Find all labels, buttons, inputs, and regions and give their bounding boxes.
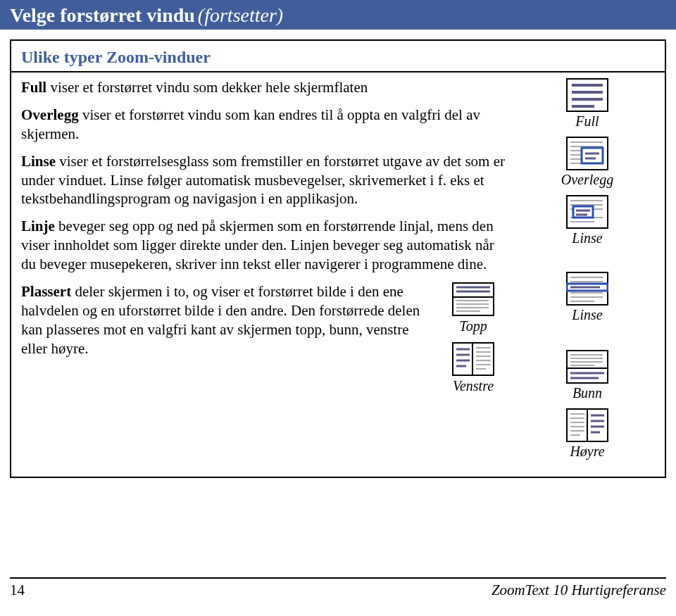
- plassert-icons-left: Topp: [439, 282, 507, 403]
- section-subtitle: Ulike typer Zoom-vinduer: [11, 41, 665, 73]
- hoyre-label: Høyre: [570, 444, 604, 460]
- overlegg-icon: [566, 137, 608, 170]
- header-band: Velge forstørret vindu (fortsetter): [0, 0, 676, 30]
- para-plassert-rest: deler skjermen i to, og viser et forstør…: [21, 283, 420, 357]
- para-full-bold: Full: [21, 79, 46, 96]
- bunn-label: Bunn: [572, 385, 602, 401]
- linse-label-2: Linse: [572, 307, 602, 323]
- para-linje-bold: Linje: [21, 218, 55, 234]
- content-box: Ulike typer Zoom-vinduer Full viser et f…: [10, 39, 666, 478]
- header-suffix: (fortsetter): [198, 4, 283, 26]
- para-full-rest: viser et forstørret vindu som dekker hel…: [46, 79, 368, 96]
- svg-rect-32: [582, 148, 603, 163]
- header-title: Velge forstørret vindu: [10, 4, 195, 26]
- linse-label-1: Linse: [572, 230, 602, 246]
- para-plassert-bold: Plassert: [21, 283, 71, 300]
- svg-rect-41: [573, 206, 593, 218]
- page-number: 14: [10, 582, 25, 599]
- footer-reference: ZoomText 10 Hurtigreferanse: [492, 582, 666, 599]
- hoyre-icon: [566, 408, 608, 442]
- para-linse: Linse viser et forstørrelsesglass som fr…: [21, 152, 507, 209]
- footer: 14 ZoomText 10 Hurtigreferanse: [10, 577, 666, 599]
- svg-rect-61: [587, 409, 608, 441]
- para-full: Full viser et forstørret vindu som dekke…: [21, 78, 507, 97]
- content-area: Full viser et forstørret vindu som dekke…: [11, 73, 665, 477]
- linse-icon-1: [566, 195, 608, 229]
- full-label: Full: [575, 113, 599, 130]
- icon-column: Full Overlegg: [517, 78, 658, 467]
- svg-rect-1: [453, 283, 494, 297]
- full-icon: [566, 78, 608, 112]
- text-column: Full viser et forstørret vindu som dekke…: [21, 78, 507, 467]
- overlegg-label: Overlegg: [561, 172, 613, 188]
- venstre-label: Venstre: [453, 377, 494, 396]
- bunn-icon: [566, 350, 608, 384]
- para-linse-rest: viser et forstørrelsesglass som fremstil…: [21, 153, 505, 208]
- para-linje-rest: beveger seg opp og ned på skjermen som e…: [21, 218, 494, 272]
- topp-label: Topp: [459, 318, 487, 336]
- para-linse-bold: Linse: [21, 153, 56, 170]
- para-overlegg: Overlegg viser et forstørret vindu som k…: [21, 106, 507, 144]
- venstre-icon: [452, 342, 494, 376]
- para-plassert-row: Plassert deler skjermen i to, og viser e…: [21, 282, 507, 403]
- svg-rect-57: [567, 368, 608, 383]
- para-overlegg-bold: Overlegg: [21, 106, 79, 123]
- topp-icon: [452, 282, 494, 316]
- svg-rect-9: [453, 343, 472, 375]
- para-plassert: Plassert deler skjermen i to, og viser e…: [21, 282, 430, 394]
- para-overlegg-rest: viser et forstørret vindu som kan endres…: [21, 106, 480, 142]
- para-linje: Linje beveger seg opp og ned på skjermen…: [21, 217, 507, 274]
- linse-icon-2: [566, 272, 608, 306]
